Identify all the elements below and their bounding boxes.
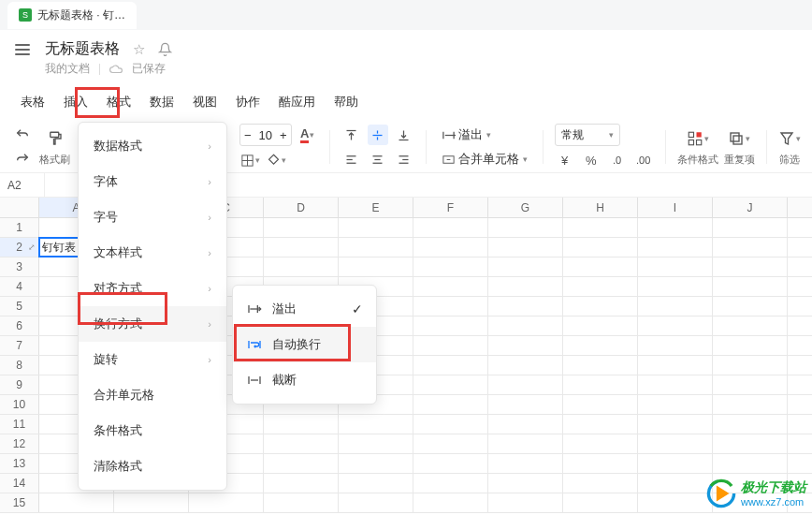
cell[interactable] xyxy=(563,375,638,394)
cell[interactable] xyxy=(713,297,788,316)
halign-center-icon[interactable] xyxy=(368,149,388,169)
menu-item[interactable]: 换行方式› xyxy=(79,306,226,342)
cell[interactable] xyxy=(488,375,563,394)
cell[interactable] xyxy=(563,258,638,276)
cell[interactable] xyxy=(713,415,788,434)
menu-item[interactable]: 条件格式 xyxy=(79,413,226,449)
cell[interactable] xyxy=(713,277,788,296)
cell[interactable] xyxy=(488,356,563,375)
cell[interactable] xyxy=(713,395,788,414)
cell[interactable] xyxy=(638,277,713,296)
redo-icon[interactable] xyxy=(11,149,34,169)
menu-view[interactable]: 视图 xyxy=(183,90,226,114)
cell[interactable] xyxy=(488,258,563,276)
cell[interactable] xyxy=(264,415,339,434)
cell[interactable] xyxy=(114,493,189,512)
font-size-input[interactable]: − 10 + xyxy=(239,124,292,146)
cell[interactable] xyxy=(713,375,788,394)
row-header[interactable]: 1 xyxy=(0,218,39,237)
cell[interactable] xyxy=(413,454,488,473)
cell[interactable] xyxy=(488,415,563,434)
currency-icon[interactable]: ¥ xyxy=(555,150,575,170)
conditional-format-icon[interactable]: ▾ xyxy=(687,128,709,149)
fill-color-icon[interactable]: ▾ xyxy=(266,150,286,170)
submenu-item[interactable]: 截断 xyxy=(233,362,376,398)
menu-data[interactable]: 数据 xyxy=(140,90,183,114)
menu-help[interactable]: 帮助 xyxy=(325,90,368,114)
col-header[interactable]: F xyxy=(413,198,488,217)
menu-item[interactable]: 对齐方式› xyxy=(79,271,226,306)
cell[interactable] xyxy=(713,238,788,257)
row-header[interactable]: 5 xyxy=(0,297,39,316)
cell[interactable] xyxy=(488,336,563,355)
cell[interactable] xyxy=(713,434,788,453)
menu-item[interactable]: 字号› xyxy=(79,199,226,235)
row-header[interactable]: 12 xyxy=(0,434,39,453)
cell[interactable] xyxy=(413,415,488,434)
font-color-icon[interactable]: A▾ xyxy=(297,125,318,145)
cell[interactable] xyxy=(413,474,488,493)
cell[interactable] xyxy=(638,218,713,237)
cell[interactable] xyxy=(339,454,413,473)
cell[interactable] xyxy=(339,238,413,257)
cell[interactable] xyxy=(713,258,788,276)
cell[interactable] xyxy=(39,493,114,512)
cell[interactable] xyxy=(413,238,488,257)
cell[interactable] xyxy=(713,316,788,335)
cell[interactable] xyxy=(413,434,488,453)
cell[interactable] xyxy=(264,258,339,276)
cell[interactable] xyxy=(488,297,563,316)
percent-icon[interactable]: % xyxy=(581,150,602,170)
browser-tab[interactable]: S 无标题表格 · 钉… xyxy=(7,2,137,29)
menu-coolapp[interactable]: 酷应用 xyxy=(269,90,325,114)
cell[interactable] xyxy=(264,493,339,512)
menu-item[interactable]: 旋转› xyxy=(79,342,226,377)
cell[interactable] xyxy=(264,238,339,257)
cell[interactable] xyxy=(638,356,713,375)
row-header[interactable]: 15 xyxy=(0,493,39,512)
cell[interactable] xyxy=(413,277,488,296)
undo-icon[interactable] xyxy=(11,125,34,145)
row-header[interactable]: 11 xyxy=(0,415,39,434)
cell[interactable] xyxy=(713,218,788,237)
cell[interactable] xyxy=(563,434,638,453)
cell[interactable] xyxy=(339,258,413,276)
borders-icon[interactable]: ▾ xyxy=(239,150,260,170)
cell[interactable] xyxy=(638,316,713,335)
menu-item[interactable]: 合并单元格 xyxy=(79,377,226,413)
valign-bottom-icon[interactable] xyxy=(394,125,414,145)
cell[interactable] xyxy=(563,297,638,316)
menu-table[interactable]: 表格 xyxy=(11,90,54,114)
font-size-plus[interactable]: + xyxy=(280,128,287,142)
cell[interactable] xyxy=(339,218,413,237)
cell[interactable] xyxy=(563,277,638,296)
cell[interactable] xyxy=(339,474,413,493)
cell[interactable] xyxy=(413,336,488,355)
cell[interactable] xyxy=(638,258,713,276)
cell[interactable] xyxy=(713,336,788,355)
cell[interactable] xyxy=(638,336,713,355)
menu-collab[interactable]: 协作 xyxy=(226,90,269,114)
cell[interactable] xyxy=(563,336,638,355)
cell[interactable] xyxy=(413,375,488,394)
cell[interactable] xyxy=(339,415,413,434)
col-header[interactable]: D xyxy=(264,198,339,217)
cell[interactable] xyxy=(488,238,563,257)
cell[interactable] xyxy=(413,258,488,276)
merge-cells-select[interactable]: 合并单元格 ▾ xyxy=(438,149,531,169)
valign-top-icon[interactable] xyxy=(341,125,362,145)
cell[interactable] xyxy=(488,474,563,493)
cell[interactable] xyxy=(638,415,713,434)
row-header[interactable]: 9 xyxy=(0,375,39,394)
cell[interactable] xyxy=(638,474,713,493)
row-header[interactable]: 3 xyxy=(0,258,39,276)
submenu-item[interactable]: 溢出✓ xyxy=(233,291,376,327)
filter-icon[interactable]: ▾ xyxy=(778,128,801,149)
cell[interactable] xyxy=(563,238,638,257)
col-header[interactable]: J xyxy=(713,198,788,217)
cell[interactable] xyxy=(563,356,638,375)
row-header[interactable]: 14 xyxy=(0,474,39,493)
expand-handle-icon[interactable]: ⤢ xyxy=(28,243,36,252)
cell[interactable] xyxy=(189,493,264,512)
cell[interactable] xyxy=(488,434,563,453)
